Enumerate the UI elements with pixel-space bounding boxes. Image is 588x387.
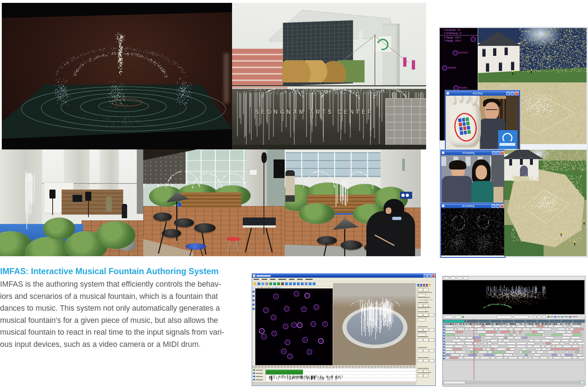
selection-segment[interactable] [444,320,464,322]
tool-icon[interactable] [313,282,315,285]
timeline-ruler[interactable] [443,320,585,323]
open-icon[interactable] [254,282,256,285]
tool-icon[interactable] [273,282,276,285]
tool-icon[interactable] [289,282,292,285]
close-button[interactable] [501,151,504,155]
nozzle-node[interactable] [453,50,458,56]
sim-edge-glow [224,53,229,103]
window-icon [447,92,449,95]
window-titlebar[interactable]: 3d tracking [441,204,505,208]
autumn-trees [282,60,365,82]
house-window [520,158,523,165]
drum-pad [341,240,362,250]
nozzle-node[interactable] [471,37,476,42]
glove-camera-window: EtcCtkey [445,90,520,151]
panel-toolbar[interactable] [416,283,435,287]
plants [96,221,135,249]
generate-button[interactable] [496,315,512,319]
close-button[interactable] [500,204,504,208]
minimize-button[interactable] [506,92,510,95]
generate-button[interactable] [513,315,529,319]
toolbar-button[interactable] [444,315,454,319]
cue-grid[interactable] [443,323,584,360]
minimize-button[interactable] [492,151,496,155]
woman-sweater [471,181,493,203]
top-toolbar[interactable] [443,276,585,280]
close-button[interactable] [432,274,435,277]
window-title: 3d tracking [444,204,492,208]
door-steps [514,176,529,181]
tool-icon[interactable] [305,282,308,285]
fountain-preview [443,280,584,314]
legend [548,316,578,318]
nozzle-node[interactable] [453,85,459,91]
side-tool-strip[interactable] [252,289,255,366]
playhead[interactable] [474,319,474,380]
tool-icon[interactable] [301,282,304,285]
audio-track-label[interactable] [252,368,265,372]
tool-icon[interactable] [261,282,264,285]
horizontal-scrollbar[interactable] [443,381,584,384]
tool-icon[interactable] [309,282,312,285]
pool-edge [232,145,426,149]
maximize-button[interactable] [511,92,514,95]
play-button[interactable] [533,315,536,319]
maximize-button[interactable] [428,274,431,277]
glove-camera-view [446,96,519,149]
tool-icon[interactable] [285,282,288,285]
track-label[interactable] [252,378,265,381]
bench [181,192,241,208]
loop-button[interactable] [542,315,546,319]
track-label[interactable] [252,375,265,378]
maximize-button[interactable] [496,151,500,155]
tool-icon[interactable] [265,282,268,285]
drums-photo [143,149,285,256]
imfas-editor-window [252,273,436,386]
app-icon [253,274,255,277]
maximize-button[interactable] [496,204,500,208]
tracking-output-window: 3d tracking [440,203,505,258]
audio-waveform[interactable] [266,369,303,374]
house-roof [478,30,522,48]
close-button[interactable] [515,92,519,95]
tool-icon[interactable] [293,282,296,285]
app-titlebar[interactable] [252,274,435,278]
scrollbar-thumb[interactable] [443,381,466,384]
empty-track-area [443,360,584,381]
app2-preview-canvas [443,280,584,314]
concrete-wall [0,149,42,232]
play-icon[interactable] [269,282,272,285]
properties-panel[interactable] [416,283,435,385]
fountain-3d-view[interactable] [333,283,416,365]
fountain-mast [375,34,375,86]
window-titlebar[interactable]: EtcCtkey [446,91,519,96]
toolbar-button[interactable] [455,315,461,319]
stop-icon[interactable] [281,282,284,285]
water-bottles [400,192,412,199]
track-label[interactable] [252,372,265,375]
woman-face [476,165,487,180]
record-icon[interactable] [277,282,280,285]
minimize-button[interactable] [492,204,495,208]
transport-toolbar[interactable] [443,314,585,320]
arts-center-sign: SEONGNAM ARTS CENTER [232,109,397,115]
tracking-demo-column: # of Nozzle : 22 # of NzGroup : 5 X Rang… [440,27,587,257]
tracking-output-view [441,208,505,255]
menu-bar[interactable] [252,278,435,281]
minimize-button[interactable] [424,274,427,277]
timeline-panel[interactable] [252,366,416,383]
save-icon[interactable] [257,282,260,285]
speaker [274,159,285,178]
people-camera-view [441,155,505,203]
speaker [49,190,56,199]
timeline-ruler[interactable] [252,366,416,368]
box-logo [502,133,512,143]
tool-icon[interactable] [297,282,300,285]
scroll-corner[interactable] [580,381,584,384]
nozzle-layout-canvas[interactable] [255,288,333,365]
nozzle-node-label: Nozzle6 [448,66,456,69]
stop-button[interactable] [538,315,541,319]
caption-title: IMFAS: Interactive Musical Fountain Auth… [0,267,232,276]
nozzle-node[interactable] [442,65,447,71]
window-titlebar[interactable]: 2d tracking [441,150,505,155]
